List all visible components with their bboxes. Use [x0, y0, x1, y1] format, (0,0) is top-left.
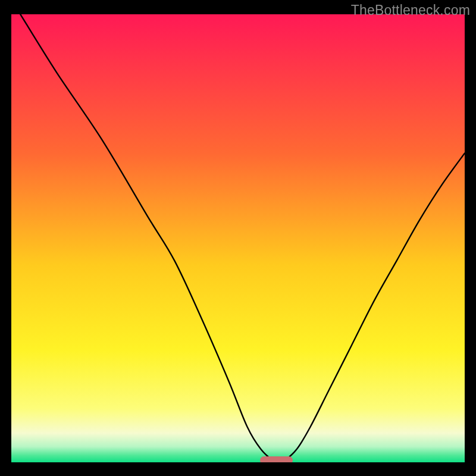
chart-frame: TheBottleneck.com [0, 0, 476, 476]
plot-svg [11, 14, 465, 462]
bottleneck-marker [260, 456, 293, 462]
plot-area [11, 14, 465, 462]
watermark-text: TheBottleneck.com [351, 2, 470, 18]
gradient-background [11, 14, 465, 462]
